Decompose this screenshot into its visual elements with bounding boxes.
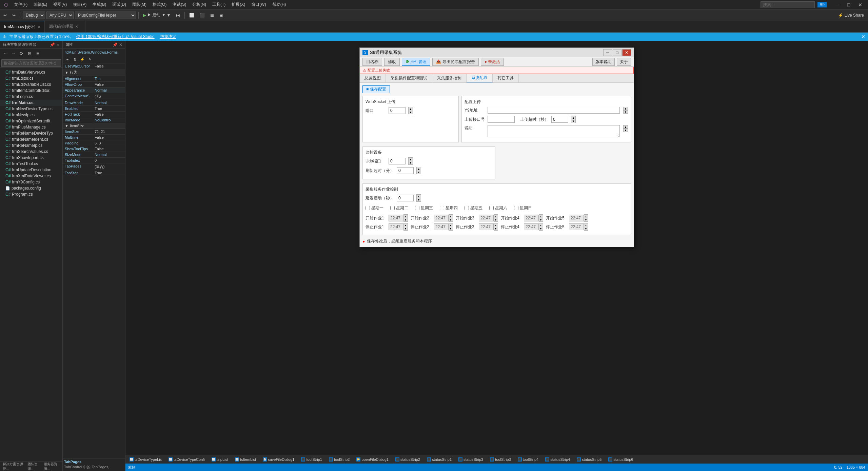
prop-value[interactable]: Top	[93, 76, 125, 81]
plugin-manage-button[interactable]: ⚙ 插件管理	[402, 58, 430, 66]
spin-up[interactable]: ▲	[449, 223, 453, 227]
prop-value[interactable]: Normal	[93, 87, 125, 93]
undo-button[interactable]: ↩	[1, 11, 9, 20]
spin-up[interactable]: ▲	[494, 215, 498, 218]
list-item[interactable]: C# frmNewDeviceType.cs	[0, 106, 62, 112]
component-tab-12[interactable]: ⬛ toolStrip4	[515, 457, 541, 462]
notification-close[interactable]: ✕	[861, 34, 865, 39]
spin-up[interactable]: ▲	[449, 215, 453, 218]
spin-down[interactable]: ▼	[494, 218, 498, 221]
tab-designer-close[interactable]: ✕	[38, 25, 40, 29]
component-tab-2[interactable]: ⬜ tslpList	[209, 457, 231, 462]
stop-job-3-input[interactable]	[479, 223, 494, 230]
list-item[interactable]: C# frmSearchValues.cs	[0, 149, 62, 155]
menu-test[interactable]: 测试(S)	[170, 1, 189, 8]
upload-port-input[interactable]	[488, 116, 515, 123]
spin-up[interactable]: ▲	[403, 215, 408, 218]
maximize-button[interactable]: □	[844, 1, 854, 8]
stop-job-2-input[interactable]	[434, 223, 449, 230]
prop-value[interactable]: True	[93, 170, 125, 176]
list-item[interactable]: C# frmPlusManage.cs	[0, 124, 62, 130]
close-button[interactable]: ✕	[855, 1, 865, 8]
project-name-button[interactable]: 目名称	[362, 58, 382, 66]
minimize-button[interactable]: ─	[832, 1, 842, 8]
list-item[interactable]: C# frmItemControlEditor.	[0, 87, 62, 94]
menu-help[interactable]: 帮助(H)	[270, 1, 289, 8]
start-job-4-input[interactable]	[524, 215, 539, 221]
spin-down[interactable]: ▼	[417, 198, 421, 201]
cpu-select[interactable]: Any CPU	[46, 12, 74, 19]
component-tab-9[interactable]: ⬛ statusStrip1	[424, 457, 454, 462]
search-input[interactable]	[761, 1, 815, 8]
prop-value[interactable]: True	[93, 106, 125, 111]
props-sort-category[interactable]: ≡	[64, 56, 71, 62]
prop-value[interactable]: False	[93, 112, 125, 117]
menu-file[interactable]: 文件(F)	[12, 1, 30, 8]
tab-designer[interactable]: frmMain.cs [设计] ✕	[0, 21, 45, 32]
se-sync-button[interactable]: ⟳	[18, 50, 25, 57]
list-item[interactable]: C# Program.cs	[0, 191, 62, 197]
list-item[interactable]: C# frmY9Config.cs	[0, 179, 62, 185]
component-tab-10[interactable]: ⬛ statusStrip3	[456, 457, 486, 462]
sunday-checkbox[interactable]	[514, 206, 518, 210]
debug-config-select[interactable]: Debug	[23, 12, 45, 19]
component-tab-3[interactable]: ⬜ tsItemList	[232, 457, 259, 462]
component-tab-4[interactable]: 💾 saveFileDialog1	[260, 457, 297, 462]
menu-analyze[interactable]: 分析(N)	[190, 1, 209, 8]
list-item[interactable]: 📄 packages.config	[0, 185, 62, 191]
se-properties-button[interactable]: ≡	[34, 50, 41, 57]
spin-down[interactable]: ▼	[403, 227, 408, 230]
component-tab-0[interactable]: ⬜ tsDeviceTypeLis	[127, 457, 164, 462]
start-job-3-input[interactable]	[479, 215, 494, 221]
toolbar-extra-3[interactable]: ▦	[208, 11, 216, 20]
spin-down[interactable]: ▼	[409, 111, 413, 114]
pin-icon[interactable]: 📌	[50, 42, 55, 47]
list-item[interactable]: C# frmXmlDataViewer.cs	[0, 173, 62, 179]
spin-down[interactable]: ▼	[449, 218, 453, 221]
websocket-port-input[interactable]	[389, 107, 406, 114]
notification-link-1[interactable]: 使用 100% 缩放比例重新启动 Visual Studio	[76, 34, 155, 40]
list-item[interactable]: C# frmMain.cs	[0, 100, 62, 106]
spin-up[interactable]: ▲	[409, 158, 413, 161]
toolbar-extra-2[interactable]: ⬛	[198, 11, 207, 20]
menu-format[interactable]: 格式(O)	[150, 1, 169, 8]
project-select[interactable]: PlusConfigFileHelper	[75, 12, 136, 19]
prop-value[interactable]: (无)	[93, 93, 125, 100]
desc-scroll-down[interactable]: ▼	[623, 129, 628, 132]
sidebar-tab-solution[interactable]: 解决方案资源管...	[1, 461, 25, 471]
dialog-minimize-button[interactable]: ─	[603, 49, 612, 56]
collapse-icon[interactable]: ▼	[65, 71, 68, 75]
menu-debug[interactable]: 调试(D)	[110, 1, 129, 8]
monday-checkbox[interactable]	[366, 206, 370, 210]
tuesday-checkbox[interactable]	[390, 206, 395, 210]
se-forward-button[interactable]: →	[9, 50, 17, 57]
spin-up[interactable]: ▲	[584, 223, 588, 227]
prop-value[interactable]: Normal	[93, 100, 125, 105]
menu-tools[interactable]: 工具(T)	[210, 1, 228, 8]
redo-button[interactable]: ↪	[10, 11, 18, 20]
component-tab-5[interactable]: ⬛ toolStrip1	[298, 457, 324, 462]
spin-up[interactable]: ▲	[539, 215, 543, 218]
live-share-button[interactable]: ⚡ Live Share	[835, 12, 867, 18]
thursday-checkbox[interactable]	[440, 206, 444, 210]
tab-source[interactable]: 源代码管理器 ✕	[45, 21, 85, 32]
list-item[interactable]: C# frmReNameIdent.cs	[0, 136, 62, 142]
props-events[interactable]: ⚡	[79, 56, 86, 62]
list-item[interactable]: C# frmLogin.cs	[0, 94, 62, 100]
saturday-checkbox[interactable]	[489, 206, 494, 210]
props-pin-icon[interactable]: 📌	[113, 42, 118, 47]
list-item[interactable]: C# frmReNameDeviceTyp	[0, 130, 62, 136]
y9addr-input[interactable]	[488, 107, 620, 114]
spin-up[interactable]: ▲	[403, 223, 408, 227]
checkbox-sunday[interactable]: 星期日	[514, 205, 532, 211]
spin-down[interactable]: ▼	[539, 227, 543, 230]
component-tab-6[interactable]: ⬛ toolStrip2	[326, 457, 352, 462]
play-button[interactable]: ▶ ▶ 启动 ▼ ▼	[141, 11, 173, 20]
about-button[interactable]: 关于	[617, 58, 631, 66]
toolbar-extra-4[interactable]: ▣	[217, 11, 225, 20]
stop-job-4-input[interactable]	[524, 223, 539, 230]
checkbox-tuesday[interactable]: 星期二	[390, 205, 408, 211]
spin-up[interactable]: ▲	[571, 116, 575, 119]
list-item[interactable]: C# frmDataVierwer.cs	[0, 69, 62, 75]
props-close[interactable]: ✕	[119, 42, 122, 47]
